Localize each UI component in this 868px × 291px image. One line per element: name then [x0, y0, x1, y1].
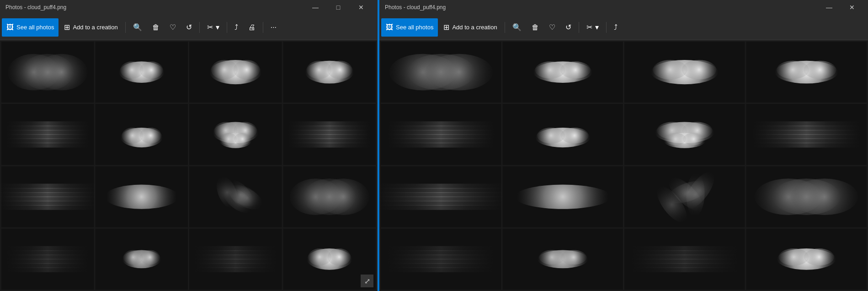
right-heart-icon: ♡	[549, 24, 555, 31]
left-zoom-btn[interactable]: 🔍	[128, 18, 147, 37]
expand-icon: ⤢	[364, 277, 370, 286]
right-add-creation-icon: ⊞	[443, 24, 449, 31]
print-icon: 🖨	[248, 24, 256, 31]
edit-icon: ✂	[207, 24, 213, 31]
left-more-btn[interactable]: ···	[266, 18, 281, 37]
right-separator-1	[505, 22, 505, 33]
right-separator-2	[579, 22, 579, 33]
right-add-to-creation-label: Add to a creation	[452, 24, 497, 31]
more-icon: ···	[271, 24, 277, 31]
left-window-title: Photos - cloud_puff4.png	[5, 4, 66, 11]
left-separator-1	[125, 22, 126, 33]
edit-dropdown-icon: ▾	[216, 24, 219, 31]
right-photo-area	[379, 40, 868, 291]
right-add-to-creation-btn[interactable]: ⊞ Add to a creation	[439, 18, 501, 37]
right-minimize-btn[interactable]: —	[819, 0, 840, 15]
left-window: Photos - cloud_puff4.png — □ ✕ 🖼 See all…	[0, 0, 378, 291]
see-all-photos-label: See all photos	[16, 24, 54, 31]
left-minimize-btn[interactable]: —	[305, 0, 326, 15]
right-separator-3	[606, 22, 607, 33]
photos-icon: 🖼	[6, 24, 14, 31]
left-separator-4	[263, 22, 263, 33]
right-photo-grid	[379, 40, 868, 291]
right-window: Photos - cloud_puff4.png — ✕ 🖼 See all p…	[379, 0, 868, 291]
left-maximize-btn[interactable]: □	[328, 0, 349, 15]
right-title-bar: Photos - cloud_puff4.png — ✕	[379, 0, 868, 15]
left-separator-3	[227, 22, 227, 33]
right-window-title: Photos - cloud_puff4.png	[385, 4, 446, 11]
delete-icon: 🗑	[152, 24, 160, 31]
zoom-icon: 🔍	[133, 24, 142, 31]
right-see-all-photos-label: See all photos	[396, 24, 433, 31]
left-photo-grid	[0, 40, 377, 291]
left-toolbar: 🖼 See all photos ⊞ Add to a creation 🔍 🗑…	[0, 15, 377, 40]
right-photos-icon: 🖼	[386, 24, 393, 31]
right-edit-dropdown-icon: ▾	[595, 24, 599, 31]
right-see-all-photos-btn[interactable]: 🖼 See all photos	[381, 18, 438, 37]
right-edit-btn[interactable]: ✂ ▾	[582, 18, 603, 37]
left-see-all-photos-btn[interactable]: 🖼 See all photos	[2, 18, 59, 37]
left-share-btn[interactable]: ⤴	[230, 18, 243, 37]
left-separator-2	[199, 22, 200, 33]
left-photo-area: ⤢	[0, 40, 377, 291]
heart-icon: ♡	[170, 24, 176, 31]
left-title-controls: — □ ✕	[305, 0, 372, 15]
right-toolbar: 🖼 See all photos ⊞ Add to a creation 🔍 🗑…	[379, 15, 868, 40]
right-title-controls: — ✕	[819, 0, 863, 15]
share-icon: ⤴	[234, 24, 238, 31]
left-favorite-btn[interactable]: ♡	[165, 18, 181, 37]
right-favorite-btn[interactable]: ♡	[544, 18, 560, 37]
left-expand-btn[interactable]: ⤢	[361, 275, 373, 287]
left-rotate-btn[interactable]: ↺	[181, 18, 197, 37]
add-to-creation-label: Add to a creation	[73, 24, 117, 31]
left-print-btn[interactable]: 🖨	[244, 18, 260, 37]
left-add-to-creation-btn[interactable]: ⊞ Add to a creation	[59, 18, 122, 37]
left-title-bar: Photos - cloud_puff4.png — □ ✕	[0, 0, 377, 15]
right-close-btn[interactable]: ✕	[841, 0, 863, 15]
left-delete-btn[interactable]: 🗑	[148, 18, 164, 37]
right-rotate-icon: ↺	[565, 24, 571, 31]
right-edit-icon: ✂	[586, 24, 592, 31]
right-rotate-btn[interactable]: ↺	[561, 18, 576, 37]
rotate-icon: ↺	[186, 24, 192, 31]
left-close-btn[interactable]: ✕	[351, 0, 372, 15]
right-share-icon: ⤴	[614, 24, 618, 31]
right-delete-icon: 🗑	[532, 24, 539, 31]
right-delete-btn[interactable]: 🗑	[527, 18, 543, 37]
right-zoom-icon: 🔍	[512, 24, 522, 31]
right-zoom-btn[interactable]: 🔍	[508, 18, 526, 37]
right-share-btn[interactable]: ⤴	[609, 18, 622, 37]
left-edit-btn[interactable]: ✂ ▾	[202, 18, 224, 37]
add-creation-icon: ⊞	[64, 24, 70, 31]
